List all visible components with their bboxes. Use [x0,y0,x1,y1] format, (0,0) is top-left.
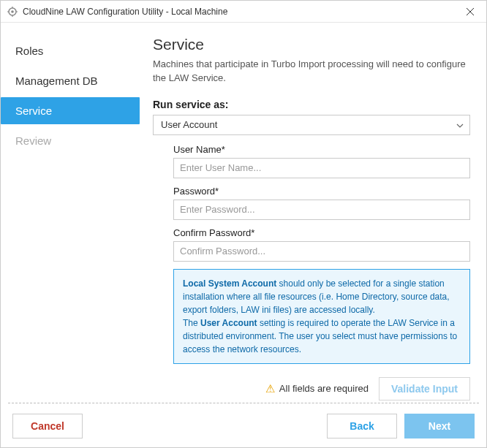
sidebar-item-service[interactable]: Service [1,97,140,124]
username-field: User Name* [173,144,470,178]
run-as-label: Run service as: [153,99,470,110]
username-input[interactable] [173,158,470,178]
footer: Cancel Back Next [1,403,486,448]
close-button[interactable] [454,1,486,23]
titlebar-left: CloudNine LAW Configuration Utility - Lo… [7,6,227,18]
validate-input-button[interactable]: Validate Input [379,377,470,400]
main-panel: Service Machines that participate in Tur… [140,23,486,403]
window-title: CloudNine LAW Configuration Utility - Lo… [23,7,227,17]
app-icon [7,6,18,18]
confirm-password-field: Confirm Password* [173,227,470,262]
next-button[interactable]: Next [404,414,475,438]
password-input[interactable] [173,200,470,220]
titlebar: CloudNine LAW Configuration Utility - Lo… [1,1,486,23]
info-prefix-2: The [183,318,200,328]
footer-right: Back Next [327,414,475,438]
info-bold-2: User Account [200,318,257,328]
username-label: User Name* [173,144,470,155]
content: Roles Management DB Service Review Servi… [1,23,486,403]
password-label: Password* [173,186,470,197]
back-button[interactable]: Back [327,414,397,438]
validate-row: ⚠ All fields are required Validate Input [153,377,470,400]
run-as-select-value: User Account [161,119,217,130]
sidebar-item-review: Review [1,127,140,154]
sidebar: Roles Management DB Service Review [1,23,140,403]
close-icon [467,6,474,18]
warning-text: All fields are required [279,383,369,394]
page-subtitle: Machines that participate in Turbo Impor… [153,58,470,86]
confirm-password-input[interactable] [173,241,470,262]
warning: ⚠ All fields are required [265,382,369,395]
info-bold-1: Local System Account [183,278,276,289]
svg-point-1 [11,10,14,13]
warning-icon: ⚠ [265,382,275,395]
confirm-password-label: Confirm Password* [173,227,470,238]
run-as-select[interactable]: User Account [153,115,470,135]
page-title: Service [153,36,470,53]
sidebar-item-management-db[interactable]: Management DB [1,67,140,94]
password-field: Password* [173,186,470,220]
cancel-button[interactable]: Cancel [12,414,83,438]
chevron-down-icon [456,121,464,129]
sidebar-item-roles[interactable]: Roles [1,37,140,64]
info-box: Local System Account should only be sele… [173,269,470,364]
